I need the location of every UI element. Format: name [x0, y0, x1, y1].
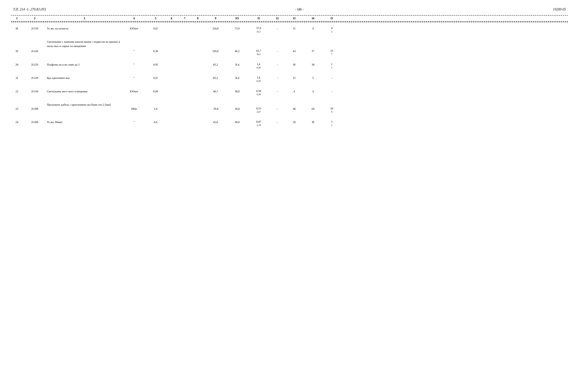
row-description: Плафоны на к-во ламп до 2 — [47, 62, 122, 67]
row-unit: " — [122, 40, 146, 53]
row-col15: – — [322, 89, 341, 94]
col-header-14: I4 — [304, 17, 322, 20]
row-code: 2I-I39 — [22, 26, 47, 31]
row-col5: 0,36 — [146, 40, 165, 53]
row-description: Проложить кабель с креплением ско-бами с… — [47, 103, 122, 107]
row-col13: 8I — [285, 62, 304, 67]
row-col9: 85,2 — [204, 76, 227, 80]
row-col14: 30 — [304, 62, 322, 67]
col-header-2: 2 — [22, 17, 47, 20]
row-col5: 0,09 — [146, 89, 165, 94]
row-col11: 8,87 2,78 — [247, 120, 270, 127]
row-col15: 23 7 — [322, 40, 341, 56]
table-row: 23 2I-I08 Проложить кабель с креплением … — [11, 99, 568, 116]
row-col12: – — [270, 120, 285, 124]
row-id: 22 — [11, 89, 22, 94]
row-col12: – — [270, 62, 285, 67]
header-separator — [11, 22, 568, 22]
row-description: Светильник мест-ного освещения — [47, 89, 122, 94]
col-header-7: 7 — [178, 17, 191, 20]
row-description: То же, на штангах — [47, 26, 122, 31]
row-col5: 0,I5 — [146, 76, 165, 80]
row-code: 2I-I09 — [22, 120, 47, 124]
row-code: 2I-I29 — [22, 62, 47, 67]
row-col14: 5 — [304, 76, 322, 80]
row-col11: I,4 0,95 — [247, 62, 270, 69]
col-header-13: I3 — [285, 17, 304, 20]
row-col11: 0,58 0,39 — [247, 89, 270, 96]
row-col10: 3I,4 — [227, 76, 247, 80]
doc-title: Т.П. 214 -1- 270.83 (IV) — [13, 7, 46, 11]
row-col14: 69 — [304, 103, 322, 111]
col-header-9: 9 — [204, 17, 227, 20]
row-code: 2I-I29 — [22, 76, 47, 80]
doc-code: 19200-05 — [553, 7, 566, 11]
row-col5: 0,95 — [146, 62, 165, 67]
row-col5: 0,6 — [146, 120, 165, 124]
column-headers: I 2 3 4 5 6 7 8 9 IO II I2 I3 I4 I5 — [11, 15, 568, 22]
row-col10: 30,0 — [227, 120, 247, 124]
col-header-11: II — [247, 17, 270, 20]
row-col14: 9 — [304, 26, 322, 31]
row-col14: I7 — [304, 40, 322, 53]
row-col12: – — [270, 89, 285, 94]
row-col11: 8,53 2,67 — [247, 103, 270, 113]
row-id: 20 — [11, 62, 22, 67]
table-row: 20 2I-I29 Плафоны на к-во ламп до 2 " 0,… — [11, 58, 568, 72]
row-id: 2I — [11, 76, 22, 80]
row-col9: 46,7 — [204, 89, 227, 94]
col-header-3: 3 — [47, 17, 122, 20]
row-col9: I20,0 — [204, 40, 227, 53]
col-header-5: 5 — [146, 17, 165, 20]
row-col13: I3 — [285, 76, 304, 80]
row-id: I9 — [11, 40, 22, 53]
col-header-6: 6 — [165, 17, 178, 20]
row-col11: I,4 0,95 — [247, 76, 270, 83]
row-col10: 73,9 — [227, 26, 247, 31]
page-number: - I46 - — [295, 7, 304, 11]
col-header-10: IO — [227, 17, 247, 20]
row-col9: 85,2 — [204, 62, 227, 67]
row-col15: 5 2 — [322, 120, 341, 127]
row-unit: " — [122, 76, 146, 80]
main-table: I 2 3 4 5 6 7 8 9 IO II I2 I3 I4 I5 I8 2… — [11, 15, 568, 129]
row-col12: – — [270, 103, 285, 111]
row-unit: " — [122, 62, 146, 67]
col-header-1: I — [11, 17, 22, 20]
row-col15: I I — [322, 62, 341, 69]
row-col10: 28,8 — [227, 103, 247, 111]
row-col14: 4 — [304, 89, 322, 94]
table-row: 22 2I-I34 Светильник мест-ного освещения… — [11, 85, 568, 99]
row-col13: 4 — [285, 89, 304, 94]
row-description: Бра однолампо-вое — [47, 76, 122, 80]
row-col15: 20 6 — [322, 103, 341, 113]
row-col10: 46,5 — [227, 40, 247, 53]
row-code: 2I-I08 — [22, 103, 47, 111]
table-row: 24 2I-I09 То же, I0мм2 " 0,6 43,6 30,0 8… — [11, 116, 568, 129]
row-col13: 43 — [285, 40, 304, 53]
page-header: Т.П. 214 -1- 270.83 (IV) - I46 - 19200-0… — [11, 7, 568, 11]
col-header-4: 4 — [122, 17, 146, 20]
row-id: 23 — [11, 103, 22, 111]
row-col12: – — [270, 76, 285, 80]
row-col13: 26 — [285, 120, 304, 124]
row-code: 2I-I26 — [22, 40, 47, 53]
row-col12: – — [270, 40, 285, 53]
row-col11: 37,0 I2,5 — [247, 26, 270, 33]
row-unit: IOOшт — [122, 89, 146, 94]
col-header-15: I5 — [322, 17, 341, 20]
table-row: I8 2I-I39 То же, на штангах IOOшт 0,I2 I… — [11, 24, 568, 36]
row-col13: 96 — [285, 103, 304, 111]
table-row: I9 2I-I26 Светильник с лампами накали-ва… — [11, 36, 568, 58]
row-col10: 38,8 — [227, 89, 247, 94]
row-col9: I24,0 — [204, 26, 227, 31]
col-header-8: 8 — [191, 17, 204, 20]
row-col14: I8 — [304, 120, 322, 124]
row-unit: I00м — [122, 103, 146, 111]
row-col5: 0,I2 — [146, 26, 165, 31]
row-col5: 2,4 — [146, 103, 165, 111]
row-col15: 4 2 — [322, 26, 341, 33]
row-unit: IOOшт — [122, 26, 146, 31]
row-col10: 3I,4 — [227, 62, 247, 67]
row-id: I8 — [11, 26, 22, 31]
